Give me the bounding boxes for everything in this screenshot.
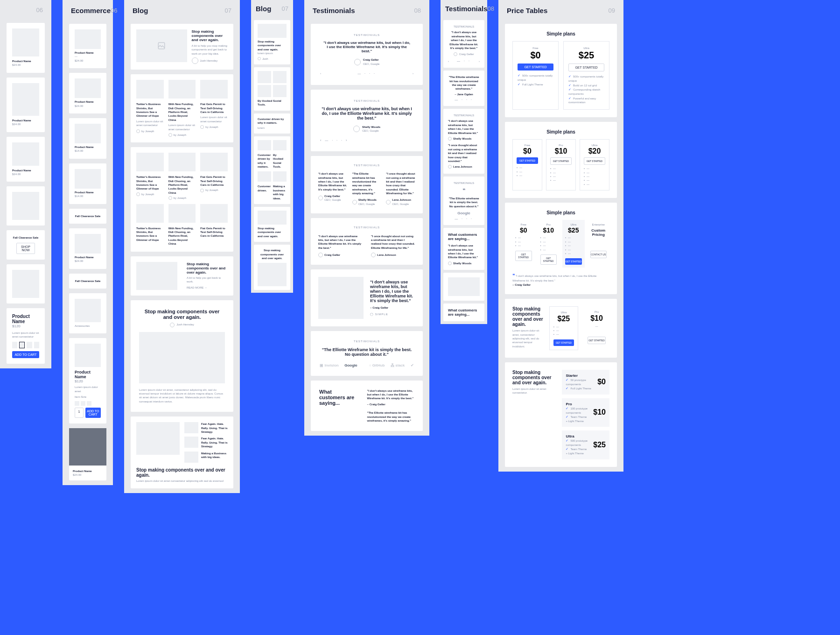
col-blog-narrow: Blog07 Stop making components over and o…	[251, 0, 293, 293]
pagination-dots[interactable]: — · · ·	[357, 72, 376, 75]
avatar	[192, 57, 198, 64]
logo-google: Google	[344, 363, 357, 367]
sale-banner[interactable]: Fall Clearance SaleSHOP NOW	[7, 230, 45, 259]
cta-featured[interactable]: GET STARTED	[565, 258, 582, 265]
add-to-cart-button[interactable]: ADD TO CART	[12, 351, 39, 358]
next-icon[interactable]: ›	[413, 71, 413, 75]
logo-slack: ⁂ slack	[391, 363, 405, 367]
col-blog: Blog07 Stop making components over and o…	[124, 0, 240, 493]
product-detail: Product Name $120 Lorem ipsum dolor sit …	[7, 308, 45, 364]
logo-nike: ✔	[411, 363, 414, 367]
logo-github: ○ GitHub	[369, 363, 385, 367]
col-ecommerce-narrow: Ecommerce06 Product Name—$24.00 Product …	[63, 0, 113, 485]
col-ecommerce-partial: 06 Product Name$24.00 Product Name$24.00…	[0, 0, 51, 368]
cta-free[interactable]: GET STARTED	[518, 64, 553, 71]
col-price-tables: Price Tables09 Simple plans Free $0 GET …	[498, 0, 623, 472]
cta-ultra[interactable]: GET STARTED	[568, 64, 604, 71]
col-testimonials-narrow: Testimonials08 TESTIMONIALS"I don't alwa…	[441, 0, 487, 324]
add-button[interactable]: ADD TO CART	[85, 408, 101, 418]
logo-invision: ▣ Invision	[320, 363, 338, 367]
prev-icon[interactable]: ‹	[320, 71, 321, 75]
col-testimonials: Testimonials08 TESTIMONIALS "I don't alw…	[304, 0, 429, 436]
